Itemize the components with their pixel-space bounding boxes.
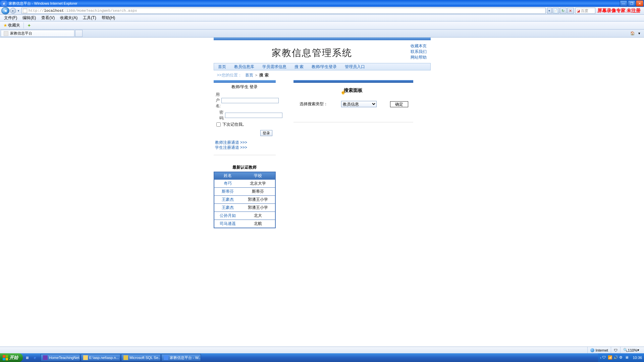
breadcrumb-home[interactable]: 首页 bbox=[245, 73, 253, 77]
breadcrumb-current: 搜 索 bbox=[259, 73, 268, 77]
home-button[interactable]: 🏠 bbox=[630, 31, 635, 36]
search-accent-bar bbox=[293, 80, 413, 83]
table-row: 王豪杰郭潘王小学 bbox=[214, 204, 275, 212]
add-favorite-icon[interactable]: ✦ bbox=[27, 23, 31, 28]
breadcrumb: >>您的位置： 首页 ＞ 搜 索 bbox=[214, 70, 431, 80]
nav-teachers[interactable]: 教员信息库 bbox=[230, 64, 258, 70]
menu-tools[interactable]: 工具(T) bbox=[80, 14, 99, 21]
col-school: 学校 bbox=[241, 172, 275, 180]
ie-icon: e bbox=[1, 1, 7, 6]
username-input[interactable] bbox=[221, 98, 279, 103]
teachers-table: 姓名 学校 奇巧北京大学 斯蒂芬斯蒂芬 王豪杰郭潘王小学 王豪杰郭潘王小学 公孙… bbox=[214, 172, 276, 228]
search-panel: ☝ 搜索面板 选择搜索类型： 教员信息 确定 bbox=[293, 80, 413, 122]
menu-file[interactable]: 文件(F) bbox=[1, 14, 20, 21]
teacher-link[interactable]: 公孙月如 bbox=[220, 213, 236, 218]
latest-teachers-panel: 最新认证教师 姓名 学校 奇巧北京大学 斯蒂芬斯蒂芬 王豪杰郭潘王小学 王豪杰郭… bbox=[214, 163, 276, 228]
login-panel: 教师/学生 登录 用户名: 密码: 下次记住我。 登录 bbox=[214, 80, 276, 155]
teacher-school: 北大 bbox=[241, 212, 275, 220]
favorites-bar: ★ 收藏夹 ✦ bbox=[0, 21, 644, 29]
breadcrumb-sep: ＞ bbox=[254, 73, 258, 77]
address-bar[interactable]: http://localhost:1360/HomeTeachingWeb/se… bbox=[21, 8, 546, 14]
menu-view[interactable]: 查看(V) bbox=[39, 14, 57, 21]
link-contact[interactable]: 联系我们 bbox=[411, 49, 431, 55]
divider bbox=[23, 22, 24, 28]
minimize-button[interactable]: — bbox=[620, 0, 627, 6]
remember-label: 下次记住我。 bbox=[222, 122, 247, 127]
stop-button[interactable]: ✕ bbox=[567, 8, 574, 14]
search-confirm-button[interactable]: 确定 bbox=[390, 101, 408, 107]
menu-help[interactable]: 帮助(H) bbox=[99, 14, 118, 21]
pointer-icon: ☝ bbox=[340, 89, 346, 95]
student-register-link[interactable]: 学生注册通道 >>> bbox=[215, 145, 276, 150]
page-header: 家教信息管理系统 收藏本页 联系我们 网站帮助 bbox=[214, 40, 431, 63]
nav-admin[interactable]: 管理员入口 bbox=[341, 64, 369, 70]
refresh-button[interactable]: ↻ bbox=[560, 8, 567, 14]
nav-search[interactable]: 搜 索 bbox=[290, 64, 308, 70]
tabs-bar: 家教信息平台 🏠 ▾ bbox=[0, 29, 644, 38]
window-titlebar: e 家教信息平台 - Windows Internet Explorer — ❐… bbox=[0, 0, 644, 7]
search-box[interactable]: ◪ 百度 bbox=[575, 8, 595, 14]
teacher-link[interactable]: 王豪杰 bbox=[222, 205, 234, 210]
remember-checkbox[interactable] bbox=[216, 122, 221, 127]
login-accent-bar bbox=[214, 80, 276, 83]
menu-favorites[interactable]: 收藏夹(A) bbox=[57, 14, 80, 21]
tab-title: 家教信息平台 bbox=[10, 31, 32, 36]
table-row: 公孙月如北大 bbox=[214, 212, 275, 220]
menu-edit[interactable]: 编辑(E) bbox=[20, 14, 39, 21]
url-text: http://localhost:1360/HomeTeachingWeb/se… bbox=[29, 9, 137, 13]
teacher-school: 北航 bbox=[241, 220, 275, 228]
col-name: 姓名 bbox=[214, 172, 241, 180]
history-dropdown[interactable]: ▼ bbox=[17, 9, 20, 12]
header-links: 收藏本页 联系我们 网站帮助 bbox=[411, 43, 431, 60]
search-provider: 百度 bbox=[581, 8, 588, 13]
table-row: 斯蒂芬斯蒂芬 bbox=[214, 188, 275, 196]
url-dropdown[interactable]: ▼ bbox=[547, 8, 552, 14]
new-tab-button[interactable] bbox=[75, 30, 83, 37]
forward-button[interactable]: ► bbox=[10, 8, 16, 14]
favorites-label: 收藏夹 bbox=[8, 22, 20, 28]
teacher-link[interactable]: 斯蒂芬 bbox=[222, 189, 234, 194]
recorder-banner: 屏幕录像专家 未注册 bbox=[597, 8, 641, 14]
favorites-button[interactable]: ★ 收藏夹 bbox=[1, 22, 22, 29]
compat-button[interactable]: 📄 bbox=[552, 8, 559, 14]
teacher-link[interactable]: 奇巧 bbox=[224, 181, 232, 186]
nav-students[interactable]: 学员需求信息 bbox=[258, 64, 290, 70]
site-title: 家教信息管理系统 bbox=[214, 44, 411, 59]
top-accent-bar bbox=[214, 38, 431, 40]
tab-page-icon bbox=[4, 31, 8, 36]
table-row: 王豪杰郭潘王小学 bbox=[214, 196, 275, 204]
search-provider-icon: ◪ bbox=[577, 9, 580, 13]
table-row: 司马逍遥北航 bbox=[214, 220, 275, 228]
chevron-down-icon[interactable]: ▾ bbox=[637, 31, 642, 36]
link-help[interactable]: 网站帮助 bbox=[411, 55, 431, 60]
search-type-select[interactable]: 教员信息 bbox=[341, 101, 377, 107]
nav-home[interactable]: 首页 bbox=[214, 64, 230, 70]
teacher-link[interactable]: 王豪杰 bbox=[222, 197, 234, 202]
maximize-button[interactable]: ❐ bbox=[628, 0, 635, 6]
table-row: 奇巧北京大学 bbox=[214, 180, 275, 188]
divider bbox=[293, 122, 413, 122]
star-icon: ★ bbox=[3, 23, 7, 28]
search-title-text: 搜索面板 bbox=[344, 87, 363, 93]
nav-login[interactable]: 教师/学生登录 bbox=[308, 64, 341, 70]
back-button[interactable]: ◄ bbox=[1, 7, 9, 14]
login-title: 教师/学生 登录 bbox=[214, 83, 276, 91]
close-button[interactable]: ✕ bbox=[636, 0, 643, 6]
teacher-link[interactable]: 司马逍遥 bbox=[220, 221, 236, 226]
main-nav: 首页 教员信息库 学员需求信息 搜 索 教师/学生登录 管理员入口 bbox=[214, 63, 431, 70]
breadcrumb-prefix: >>您的位置： bbox=[217, 73, 242, 77]
tab-active[interactable]: 家教信息平台 bbox=[1, 30, 74, 37]
password-input[interactable] bbox=[225, 113, 282, 118]
teachers-title: 最新认证教师 bbox=[214, 163, 276, 172]
teacher-school: 斯蒂芬 bbox=[241, 188, 275, 196]
address-bar-row: ◄ ► ▼ http://localhost:1360/HomeTeaching… bbox=[0, 7, 644, 15]
teacher-register-link[interactable]: 教师注册通道 >>> bbox=[215, 140, 276, 145]
teacher-school: 郭潘王小学 bbox=[241, 196, 275, 204]
password-label: 密码: bbox=[216, 110, 224, 121]
username-label: 用户名: bbox=[216, 92, 221, 109]
menu-bar: 文件(F) 编辑(E) 查看(V) 收藏夹(A) 工具(T) 帮助(H) bbox=[0, 15, 644, 21]
link-bookmark[interactable]: 收藏本页 bbox=[411, 43, 431, 49]
search-panel-title: ☝ 搜索面板 bbox=[293, 83, 413, 101]
page-icon bbox=[23, 9, 27, 13]
login-button[interactable]: 登录 bbox=[260, 130, 272, 136]
